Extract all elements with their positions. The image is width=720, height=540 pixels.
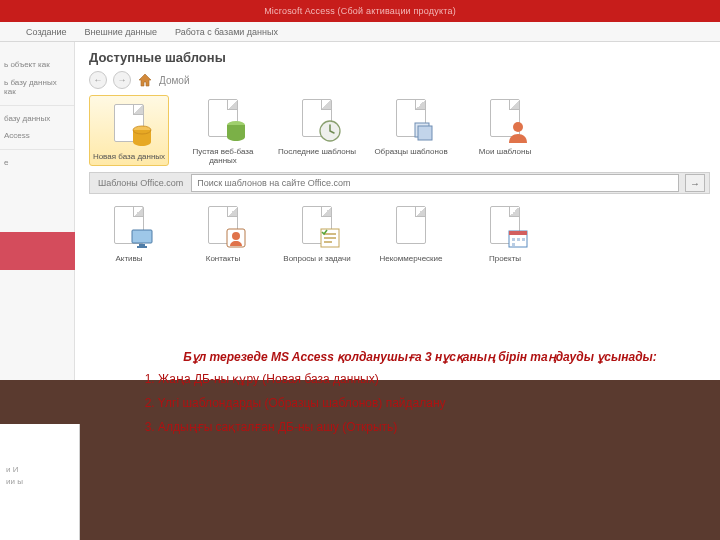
template-recent[interactable]: Последние шаблоны xyxy=(277,95,357,156)
search-go-button[interactable]: → xyxy=(685,174,705,192)
svg-rect-9 xyxy=(137,246,147,248)
ribbon-tabs: Создание Внешние данные Работа с базами … xyxy=(0,22,720,42)
lecture-item: Жаңа ДБ-ны құру (Новая база данных) xyxy=(158,372,680,386)
lecture-list: Жаңа ДБ-ны құру (Новая база данных) Үлгі… xyxy=(120,372,680,434)
template-my[interactable]: Мои шаблоны xyxy=(465,95,545,156)
section-title: Доступные шаблоны xyxy=(89,50,710,65)
svg-rect-14 xyxy=(509,231,527,235)
template-label: Вопросы и задачи xyxy=(277,254,357,263)
svg-point-6 xyxy=(513,122,523,132)
contact-icon xyxy=(224,226,248,250)
database-icon xyxy=(130,124,154,148)
breadcrumb-nav: ← → Домой xyxy=(89,71,710,89)
left-item[interactable]: Access xyxy=(0,127,74,145)
checklist-icon xyxy=(318,226,342,250)
templates-panel: Доступные шаблоны ← → Домой Н xyxy=(75,42,720,380)
template-label: Последние шаблоны xyxy=(277,147,357,156)
separator xyxy=(0,149,74,150)
separator xyxy=(0,105,74,106)
template-label: Некоммерческие xyxy=(371,254,451,263)
template-label: Активы xyxy=(89,254,169,263)
calendar-icon xyxy=(506,226,530,250)
template-search-input[interactable] xyxy=(191,174,679,192)
nav-back-button[interactable]: ← xyxy=(89,71,107,89)
stack-icon xyxy=(412,119,436,143)
home-icon[interactable] xyxy=(137,72,153,88)
templates-row-1: Новая база данных Пустая веб-база данных xyxy=(89,95,710,166)
ribbon-tab-dbtools[interactable]: Работа с базами данных xyxy=(175,27,278,37)
person-icon xyxy=(506,119,530,143)
template-projects[interactable]: Проекты xyxy=(465,202,545,263)
template-label: Контакты xyxy=(183,254,263,263)
template-new-db[interactable]: Новая база данных xyxy=(89,95,169,166)
template-label: Образцы шаблонов xyxy=(371,147,451,156)
breadcrumb-home[interactable]: Домой xyxy=(159,75,189,86)
monitor-icon xyxy=(130,226,154,250)
template-web-db[interactable]: Пустая веб-база данных xyxy=(183,95,263,165)
template-label: Проекты xyxy=(465,254,545,263)
database-green-icon xyxy=(224,119,248,143)
corner-text: и И ии ы xyxy=(0,424,79,488)
left-item[interactable]: базу данных xyxy=(0,110,74,128)
app-title: Microsoft Access (Сбой активации продукт… xyxy=(264,6,456,16)
template-samples[interactable]: Образцы шаблонов xyxy=(371,95,451,156)
titlebar: Microsoft Access (Сбой активации продукт… xyxy=(0,0,720,22)
left-item[interactable]: ь базу данных как xyxy=(0,74,74,101)
templates-row-2: Активы Контакты xyxy=(89,202,710,263)
access-window: Microsoft Access (Сбой активации продукт… xyxy=(0,0,720,380)
template-label: Мои шаблоны xyxy=(465,147,545,156)
lecture-intro: Бұл терезеде MS Access қолданушыға 3 нұс… xyxy=(120,350,680,364)
svg-rect-7 xyxy=(132,230,152,243)
left-item[interactable]: е xyxy=(0,154,74,172)
left-item[interactable]: ь объект как xyxy=(0,56,74,74)
ribbon-tab-external[interactable]: Внешние данные xyxy=(85,27,157,37)
lecture-text: Бұл терезеде MS Access қолданушыға 3 нұс… xyxy=(120,338,680,444)
window-corner-fragment: и И ии ы xyxy=(0,424,80,540)
template-nonprofit[interactable]: Некоммерческие xyxy=(371,202,451,263)
body-area: ь объект как ь базу данных как базу данн… xyxy=(0,42,720,380)
office-band-label: Шаблоны Office.com xyxy=(90,178,191,188)
office-templates-band: Шаблоны Office.com → xyxy=(89,172,710,194)
backstage-left-panel: ь объект как ь базу данных как базу данн… xyxy=(0,42,75,380)
svg-point-11 xyxy=(232,232,240,240)
template-assets[interactable]: Активы xyxy=(89,202,169,263)
lecture-item: Алдыңғы сақталған ДБ-ны ашу (Открыть) xyxy=(158,420,680,434)
lecture-item: Үлгі шаблондарды (Образцы шаблонов) пайд… xyxy=(158,396,680,410)
left-item[interactable] xyxy=(0,48,74,56)
template-label: Новая база данных xyxy=(92,152,166,161)
nav-forward-button[interactable]: → xyxy=(113,71,131,89)
template-issues[interactable]: Вопросы и задачи xyxy=(277,202,357,263)
ribbon-tab-create[interactable]: Создание xyxy=(26,27,67,37)
template-label: Пустая веб-база данных xyxy=(183,147,263,165)
svg-rect-5 xyxy=(418,126,432,140)
clock-icon xyxy=(318,119,342,143)
svg-rect-8 xyxy=(139,244,145,246)
template-contacts[interactable]: Контакты xyxy=(183,202,263,263)
